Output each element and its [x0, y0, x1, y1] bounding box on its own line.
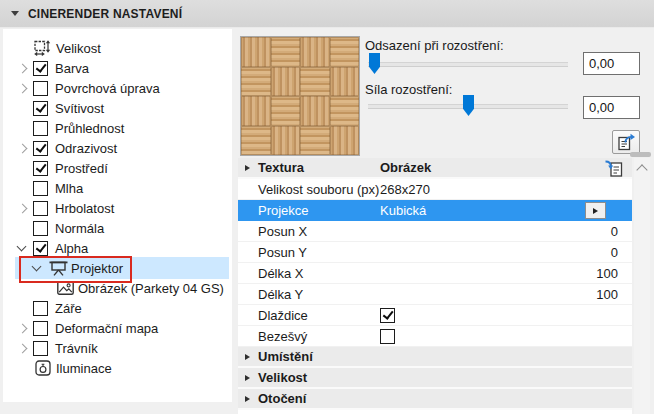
expander-icon[interactable]: [18, 83, 28, 93]
tree-item-label: Deformační mapa: [55, 321, 158, 336]
tree-item-label: Povrchová úprava: [55, 81, 160, 96]
table-row-dlazdice[interactable]: Dlaždice: [238, 305, 632, 326]
property-value: 268x270: [380, 182, 430, 197]
property-label: Projekce: [258, 203, 309, 218]
image-icon: [55, 281, 75, 295]
property-value: Kubická: [380, 203, 426, 218]
property-value: 100: [596, 266, 618, 281]
property-label: Bezešvý: [258, 329, 307, 344]
tree-item-label: Velikost: [56, 41, 101, 56]
panel-header[interactable]: CINERENDER NASTAVENÍ: [0, 0, 654, 28]
channel-tree: Velikost Barva Povrchová úprava Svítivos…: [3, 29, 232, 402]
table-group-otoceni[interactable]: Otočení: [238, 389, 632, 410]
tree-item-travnik[interactable]: Trávník: [3, 338, 232, 358]
property-label: Délka X: [258, 266, 304, 281]
tree-item-hrbolatost[interactable]: Hrbolatost: [3, 198, 232, 218]
table-group-velikost[interactable]: Velikost: [238, 368, 632, 389]
lamp-icon: [33, 360, 53, 376]
slider-thumb[interactable]: [369, 53, 380, 74]
table-row-delka-y[interactable]: Délka Y 100: [238, 284, 632, 305]
group-arrow-icon[interactable]: [245, 396, 250, 402]
checkbox[interactable]: [33, 241, 48, 256]
blur-offset-label: Odsazení při rozostření:: [365, 38, 504, 53]
checkbox[interactable]: [380, 308, 395, 323]
annotation-highlight: [19, 256, 132, 283]
table-row-posun-y[interactable]: Posun Y 0: [238, 242, 632, 263]
expander-icon[interactable]: [18, 343, 28, 353]
table-row-bezesvy[interactable]: Bezešvý: [238, 326, 632, 347]
property-value: 0: [611, 224, 618, 239]
group-arrow-icon[interactable]: [245, 375, 250, 381]
property-value: 0: [611, 245, 618, 260]
tree-item-zare[interactable]: Záře: [3, 298, 232, 318]
expander-icon[interactable]: [18, 143, 28, 153]
expander-icon[interactable]: [18, 203, 28, 213]
checkbox[interactable]: [380, 329, 395, 344]
slider-track[interactable]: [368, 62, 568, 67]
cinerender-settings-panel: CINERENDER NASTAVENÍ Velikost Barva Povr…: [0, 0, 654, 414]
table-row-velikost-souboru[interactable]: Velikost souboru (px) 268x270: [238, 179, 632, 200]
texture-preview[interactable]: [240, 36, 360, 156]
tree-item-deformacni-mapa[interactable]: Deformační mapa: [3, 318, 232, 338]
group-arrow-icon[interactable]: [245, 165, 250, 171]
checkbox[interactable]: [33, 101, 48, 116]
tree-item-velikost[interactable]: Velikost: [3, 38, 232, 58]
tree-item-svitivost[interactable]: Svítivost: [3, 98, 232, 118]
group-arrow-icon[interactable]: [245, 354, 250, 360]
tree-item-normala[interactable]: Normála: [3, 218, 232, 238]
tree-item-label: Průhlednost: [55, 121, 124, 136]
slider-thumb[interactable]: [463, 95, 474, 116]
expander-icon[interactable]: [18, 63, 28, 73]
expander-icon[interactable]: [17, 242, 27, 252]
tree-item-label: Normála: [55, 221, 104, 236]
blur-strength-input[interactable]: [583, 96, 640, 119]
tree-item-odrazivost[interactable]: Odrazivost: [3, 138, 232, 158]
checkbox[interactable]: [33, 161, 48, 176]
tree-item-barva[interactable]: Barva: [3, 58, 232, 78]
checkbox[interactable]: [33, 341, 48, 356]
group-label: Textura: [258, 160, 304, 175]
checkbox[interactable]: [33, 81, 48, 96]
group-label: Umístění: [258, 349, 313, 364]
expander-icon[interactable]: [18, 323, 28, 333]
tree-item-label: Svítivost: [55, 101, 104, 116]
tree-item-alpha[interactable]: Alpha: [3, 238, 232, 258]
group-label: Otočení: [258, 391, 306, 406]
tree-item-label: Hrbolatost: [55, 201, 114, 216]
projection-flyout-button[interactable]: [585, 202, 606, 219]
tree-item-label: Odrazivost: [55, 141, 117, 156]
checkbox[interactable]: [33, 181, 48, 196]
blur-offset-slider[interactable]: [368, 53, 568, 75]
table-group-textura[interactable]: Textura Obrázek: [238, 158, 632, 179]
table-scrollbar[interactable]: [634, 158, 650, 414]
tree-item-iluminace[interactable]: Iluminace: [3, 358, 232, 378]
tree-item-label: Záře: [55, 301, 82, 316]
checkbox[interactable]: [33, 301, 48, 316]
tree-item-povrchova-uprava[interactable]: Povrchová úprava: [3, 78, 232, 98]
checkbox[interactable]: [33, 321, 48, 336]
checkbox[interactable]: [33, 61, 48, 76]
collapse-triangle-icon[interactable]: [11, 11, 19, 16]
projector-properties-table: Textura Obrázek Velikost souboru (px) 26…: [238, 158, 632, 414]
tree-item-mlha[interactable]: Mlha: [3, 178, 232, 198]
splitter-handle[interactable]: [630, 152, 651, 157]
table-row-delka-x[interactable]: Délka X 100: [238, 263, 632, 284]
table-row-posun-x[interactable]: Posun X 0: [238, 221, 632, 242]
blur-offset-input[interactable]: [583, 52, 640, 75]
blur-strength-slider[interactable]: [368, 95, 568, 117]
tree-item-pruhlednost[interactable]: Průhlednost: [3, 118, 232, 138]
tree-item-label: Trávník: [55, 341, 98, 356]
group-label: Velikost: [258, 370, 307, 385]
checkbox[interactable]: [33, 201, 48, 216]
size-icon: [33, 40, 53, 56]
open-image-settings-button[interactable]: [612, 130, 640, 154]
checkbox[interactable]: [33, 141, 48, 156]
tree-item-label: Barva: [55, 61, 89, 76]
import-settings-button[interactable]: [603, 159, 625, 178]
scroll-up-icon[interactable]: [636, 164, 647, 175]
table-group-umisteni[interactable]: Umístění: [238, 347, 632, 368]
tree-item-prostredi[interactable]: Prostředí: [3, 158, 232, 178]
checkbox[interactable]: [33, 121, 48, 136]
checkbox[interactable]: [33, 221, 48, 236]
table-row-projekce[interactable]: Projekce Kubická: [238, 200, 632, 221]
